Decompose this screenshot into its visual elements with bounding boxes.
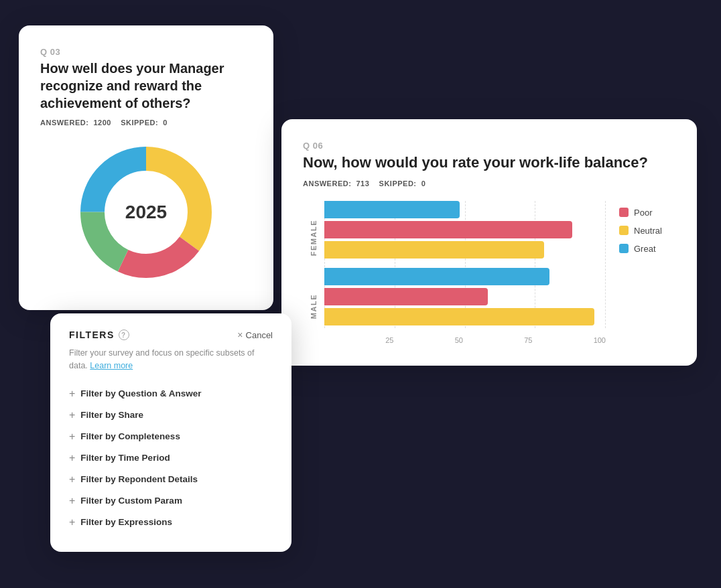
male-great-bar [324, 268, 606, 285]
chart-legend: Poor Neutral Great [606, 201, 662, 344]
bar-answered-value: 713 [356, 179, 369, 188]
filter-label-6: Filter by Expressions [80, 517, 172, 527]
male-neutral-bar [324, 308, 606, 325]
x-label-25: 25 [385, 336, 393, 344]
bar-card: Q 06 Now, how would you rate your work-l… [281, 119, 697, 366]
filter-item-1[interactable]: + Filter by Share [69, 405, 273, 426]
bars-section: 25 50 75 100 [324, 201, 606, 344]
help-icon[interactable]: ? [119, 329, 129, 340]
cancel-label: Cancel [246, 330, 273, 340]
x-mark-icon: × [237, 329, 243, 340]
female-poor-bar [324, 221, 606, 238]
x-label-100: 100 [594, 336, 606, 344]
donut-center-value: 2025 [125, 202, 167, 223]
filter-items-list: + Filter by Question & Answer + Filter b… [69, 383, 273, 533]
filters-card: FILTERS ? × Cancel Filter your survey an… [50, 313, 291, 552]
legend-great: Great [619, 244, 662, 254]
filter-item-2[interactable]: + Filter by Completeness [69, 426, 273, 447]
filter-label-4: Filter by Repondent Details [80, 474, 198, 484]
female-label: Female [310, 208, 318, 269]
legend-label-great: Great [634, 244, 656, 254]
donut-card: Q 03 How well does your Manager recogniz… [19, 25, 273, 310]
x-label-75: 75 [524, 336, 532, 344]
bar-q-label: Q 06 [303, 141, 675, 151]
legend-dot-poor [619, 208, 629, 217]
bar-stats: ANSWERED: 713 SKIPPED: 0 [303, 179, 675, 188]
answered-value: 1200 [93, 119, 111, 127]
filter-label-5: Filter by Custom Param [80, 496, 182, 506]
cancel-button[interactable]: × Cancel [237, 329, 273, 340]
filters-description: Filter your survey and focus on specific… [69, 347, 273, 372]
legend-poor: Poor [619, 208, 662, 218]
filter-label-2: Filter by Completeness [80, 431, 180, 441]
answered-label: ANSWERED: [40, 119, 88, 127]
plus-icon-1: + [69, 409, 75, 421]
plus-icon-0: + [69, 388, 75, 400]
learn-more-link[interactable]: Learn more [90, 361, 133, 370]
donut-q-title: How well does your Manager recognize and… [40, 60, 252, 112]
legend-neutral: Neutral [619, 226, 662, 236]
legend-dot-great [619, 244, 629, 253]
plus-icon-2: + [69, 431, 75, 443]
bar-answered-label: ANSWERED: [303, 179, 351, 188]
filters-title-text: FILTERS [69, 329, 115, 340]
legend-dot-neutral [619, 226, 629, 235]
male-bar-group [324, 268, 606, 325]
filter-label-0: Filter by Question & Answer [80, 388, 201, 398]
female-great-bar [324, 201, 606, 218]
filters-header: FILTERS ? × Cancel [69, 329, 273, 340]
filter-label-1: Filter by Share [80, 410, 143, 420]
filter-label-3: Filter by Time Period [80, 453, 170, 463]
male-poor-bar [324, 288, 606, 305]
filter-item-4[interactable]: + Filter by Repondent Details [69, 469, 273, 490]
x-label-50: 50 [455, 336, 463, 344]
bar-chart-area: Female Male [303, 201, 675, 344]
legend-label-poor: Poor [634, 208, 652, 218]
filters-title: FILTERS ? [69, 329, 129, 340]
female-bar-group [324, 201, 606, 259]
donut-chart-container: 2025 [40, 139, 252, 286]
filter-item-0[interactable]: + Filter by Question & Answer [69, 383, 273, 405]
male-label: Male [310, 277, 318, 337]
bar-skipped-label: SKIPPED: [379, 179, 417, 188]
skipped-label: SKIPPED: [121, 119, 158, 127]
filter-item-5[interactable]: + Filter by Custom Param [69, 490, 273, 512]
donut-stats: ANSWERED: 1200 SKIPPED: 0 [40, 119, 252, 127]
filter-item-6[interactable]: + Filter by Expressions [69, 512, 273, 533]
plus-icon-5: + [69, 495, 75, 507]
bar-skipped-value: 0 [421, 179, 426, 188]
skipped-value: 0 [163, 119, 168, 127]
x-axis-labels: 25 50 75 100 [324, 336, 606, 344]
plus-icon-6: + [69, 516, 75, 528]
donut-q-label: Q 03 [40, 47, 252, 57]
legend-label-neutral: Neutral [634, 226, 662, 236]
plus-icon-3: + [69, 452, 75, 464]
plus-icon-4: + [69, 473, 75, 486]
bar-q-title: Now, how would you rate your work-life b… [303, 153, 675, 173]
female-neutral-bar [324, 241, 606, 259]
y-labels-col: Female Male [303, 208, 324, 337]
filter-item-3[interactable]: + Filter by Time Period [69, 447, 273, 469]
